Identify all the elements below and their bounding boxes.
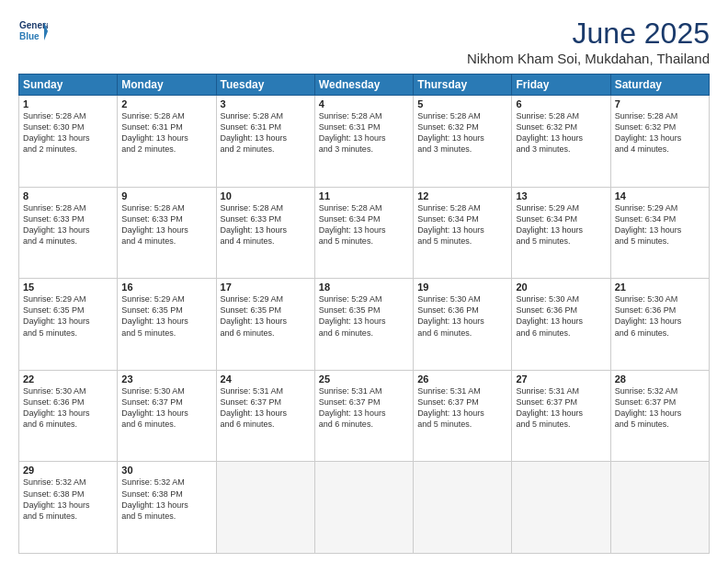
header: General Blue June 2025 Nikhom Kham Soi, …	[18, 17, 710, 66]
table-row: 8Sunrise: 5:28 AMSunset: 6:33 PMDaylight…	[19, 187, 118, 279]
table-row: 25Sunrise: 5:31 AMSunset: 6:37 PMDayligh…	[314, 370, 413, 462]
table-row: 15Sunrise: 5:29 AMSunset: 6:35 PMDayligh…	[19, 279, 118, 371]
table-row	[512, 462, 610, 554]
table-row: 19Sunrise: 5:30 AMSunset: 6:36 PMDayligh…	[414, 279, 512, 371]
calendar-title: June 2025	[467, 17, 710, 51]
col-saturday: Saturday	[610, 75, 709, 96]
table-row: 10Sunrise: 5:28 AMSunset: 6:33 PMDayligh…	[216, 187, 314, 279]
table-row: 28Sunrise: 5:32 AMSunset: 6:37 PMDayligh…	[610, 370, 709, 462]
col-monday: Monday	[118, 75, 216, 96]
table-row: 20Sunrise: 5:30 AMSunset: 6:36 PMDayligh…	[512, 279, 610, 371]
table-row: 27Sunrise: 5:31 AMSunset: 6:37 PMDayligh…	[512, 370, 610, 462]
page: General Blue June 2025 Nikhom Kham Soi, …	[0, 0, 728, 563]
table-row: 24Sunrise: 5:31 AMSunset: 6:37 PMDayligh…	[216, 370, 314, 462]
table-row: 16Sunrise: 5:29 AMSunset: 6:35 PMDayligh…	[118, 279, 216, 371]
table-row: 26Sunrise: 5:31 AMSunset: 6:37 PMDayligh…	[414, 370, 512, 462]
header-row: Sunday Monday Tuesday Wednesday Thursday…	[19, 75, 710, 96]
table-row: 21Sunrise: 5:30 AMSunset: 6:36 PMDayligh…	[610, 279, 709, 371]
table-row: 30Sunrise: 5:32 AMSunset: 6:38 PMDayligh…	[118, 462, 216, 554]
table-row: 18Sunrise: 5:29 AMSunset: 6:35 PMDayligh…	[314, 279, 413, 371]
calendar-subtitle: Nikhom Kham Soi, Mukdahan, Thailand	[467, 51, 710, 66]
table-row	[314, 462, 413, 554]
calendar-table: Sunday Monday Tuesday Wednesday Thursday…	[18, 74, 710, 554]
table-row: 5Sunrise: 5:28 AMSunset: 6:32 PMDaylight…	[414, 96, 512, 188]
table-row: 22Sunrise: 5:30 AMSunset: 6:36 PMDayligh…	[19, 370, 118, 462]
col-friday: Friday	[512, 75, 610, 96]
table-row: 7Sunrise: 5:28 AMSunset: 6:32 PMDaylight…	[610, 96, 709, 188]
table-row: 11Sunrise: 5:28 AMSunset: 6:34 PMDayligh…	[314, 187, 413, 279]
svg-text:General: General	[19, 20, 48, 30]
title-block: June 2025 Nikhom Kham Soi, Mukdahan, Tha…	[467, 17, 710, 66]
col-thursday: Thursday	[414, 75, 512, 96]
logo-svg: General Blue	[18, 17, 48, 46]
table-row: 6Sunrise: 5:28 AMSunset: 6:32 PMDaylight…	[512, 96, 610, 188]
table-row: 17Sunrise: 5:29 AMSunset: 6:35 PMDayligh…	[216, 279, 314, 371]
table-row: 3Sunrise: 5:28 AMSunset: 6:31 PMDaylight…	[216, 96, 314, 188]
table-row: 1Sunrise: 5:28 AMSunset: 6:30 PMDaylight…	[19, 96, 118, 188]
col-sunday: Sunday	[19, 75, 118, 96]
table-row: 23Sunrise: 5:30 AMSunset: 6:37 PMDayligh…	[118, 370, 216, 462]
table-row: 12Sunrise: 5:28 AMSunset: 6:34 PMDayligh…	[414, 187, 512, 279]
col-wednesday: Wednesday	[314, 75, 413, 96]
logo: General Blue	[18, 17, 48, 46]
table-row	[216, 462, 314, 554]
svg-text:Blue: Blue	[19, 31, 40, 41]
table-row: 2Sunrise: 5:28 AMSunset: 6:31 PMDaylight…	[118, 96, 216, 188]
col-tuesday: Tuesday	[216, 75, 314, 96]
table-row: 13Sunrise: 5:29 AMSunset: 6:34 PMDayligh…	[512, 187, 610, 279]
table-row	[414, 462, 512, 554]
table-row: 4Sunrise: 5:28 AMSunset: 6:31 PMDaylight…	[314, 96, 413, 188]
table-row: 9Sunrise: 5:28 AMSunset: 6:33 PMDaylight…	[118, 187, 216, 279]
table-row: 14Sunrise: 5:29 AMSunset: 6:34 PMDayligh…	[610, 187, 709, 279]
table-row	[610, 462, 709, 554]
table-row: 29Sunrise: 5:32 AMSunset: 6:38 PMDayligh…	[19, 462, 118, 554]
